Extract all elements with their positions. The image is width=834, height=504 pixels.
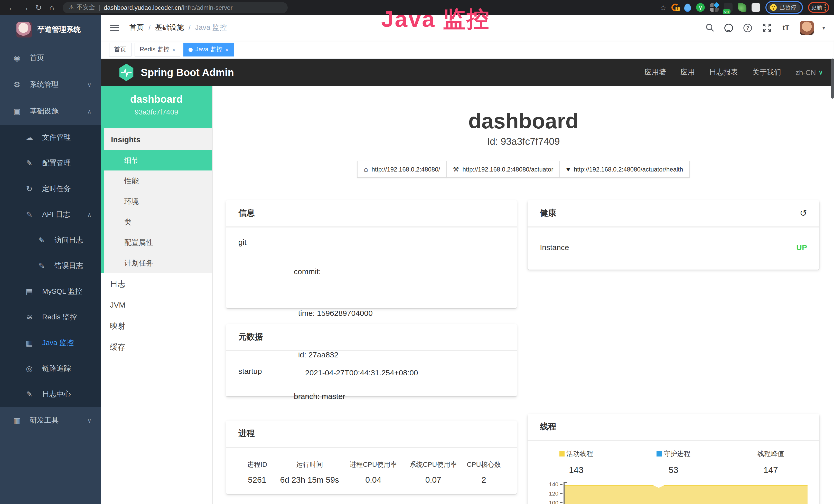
sba-nav-applications[interactable]: 应用 <box>680 68 695 77</box>
instance-name: dashboard <box>101 93 212 105</box>
hamburger-icon[interactable] <box>110 24 119 31</box>
sidebar-item-tracing[interactable]: ◎ 链路追踪 <box>0 356 101 382</box>
screen: ← → ↻ ⌂ ⚠ 不安全 dashboard.yudao.iocoder.cn… <box>0 0 834 504</box>
sidebar-item-home[interactable]: ◉ 首页 <box>0 45 101 71</box>
update-button[interactable]: 更新 <box>811 4 822 11</box>
extension-y-icon[interactable]: y <box>696 3 705 12</box>
sba-brand[interactable]: Spring Boot Admin <box>118 64 234 81</box>
view-item-mappings[interactable]: 映射 <box>101 315 212 336</box>
extension-leaf-icon[interactable] <box>738 3 746 12</box>
extension-colorzilla-icon[interactable]: 1 <box>672 4 679 11</box>
chevron-down-icon: ∨ <box>87 82 91 88</box>
view-item-logs[interactable]: 日志 <box>101 273 212 294</box>
insights-item-scheduled-tasks[interactable]: 计划任务 <box>104 253 212 273</box>
address-divider <box>99 4 100 10</box>
insights-item-config-props[interactable]: 配置属性 <box>104 232 212 253</box>
actuator-url-link[interactable]: ⚒ http://192.168.0.2:48080/actuator <box>446 161 560 178</box>
live-threads-value: 143 <box>528 465 625 476</box>
browser-back-icon[interactable]: ← <box>5 1 19 14</box>
github-icon[interactable] <box>724 23 734 33</box>
instance-header[interactable]: dashboard 93a3fc7f7409 <box>101 86 212 129</box>
fullscreen-icon[interactable] <box>762 23 772 33</box>
extension-on-badge: on <box>723 9 730 14</box>
sidebar-item-log-center[interactable]: ✎ 日志中心 <box>0 382 101 407</box>
tab-home[interactable]: 首页 <box>109 43 132 56</box>
sidebar-item-dev-tools[interactable]: ▥ 研发工具 ∨ <box>0 407 101 434</box>
tab-java-monitor[interactable]: Java 监控 × <box>184 43 234 56</box>
insights-item-environment[interactable]: 环境 <box>104 191 212 211</box>
chevron-up-icon: ∧ <box>87 108 91 115</box>
sidebar-submenu-infra: ☁ 文件管理 ✎ 配置管理 ↻ 定时任务 ✎ API 日志 ∧ ✎ <box>0 125 101 407</box>
process-col-cores: CPU核心数 <box>463 460 505 469</box>
app-logo[interactable]: 芋道管理系统 <box>0 15 101 45</box>
history-icon[interactable]: ↺ <box>800 208 807 219</box>
extension-pin-icon[interactable] <box>684 3 691 12</box>
view-item-jvm[interactable]: JVM <box>101 294 212 315</box>
sba-nav-journal[interactable]: 日志报表 <box>709 68 738 77</box>
y-axis-tick: 120 <box>538 490 558 497</box>
close-icon[interactable]: × <box>172 46 175 53</box>
stack-icon: ≋ <box>24 313 35 322</box>
health-card-title: 健康 <box>540 208 556 219</box>
sidebar-item-system[interactable]: ⚙ 系统管理 ∨ <box>0 71 101 98</box>
paused-label: 已暂停 <box>779 4 796 11</box>
eye-icon: ◎ <box>24 364 35 373</box>
browser-forward-icon[interactable]: → <box>19 1 32 14</box>
health-url-link[interactable]: ♥ http://192.168.0.2:48080/actuator/heal… <box>559 161 690 178</box>
breadcrumb-home[interactable]: 首页 <box>129 23 144 32</box>
insights-item-details[interactable]: 细节 <box>104 150 212 170</box>
process-pid-value: 5261 <box>238 476 276 485</box>
sidebar-item-scheduled-jobs[interactable]: ↻ 定时任务 <box>0 176 101 202</box>
sidebar-item-java-monitor[interactable]: ▦ Java 监控 <box>0 330 101 356</box>
browser-home-icon[interactable]: ⌂ <box>45 1 59 14</box>
sba-locale-select[interactable]: zh-CN ∨ <box>795 68 823 76</box>
help-icon[interactable]: ? <box>743 23 753 33</box>
process-col-cpu: 进程CPU使用率 <box>344 460 403 469</box>
close-icon[interactable]: × <box>225 46 228 53</box>
extension-badge: 1 <box>675 7 680 11</box>
sidebar-item-redis-monitor[interactable]: ≋ Redis 监控 <box>0 304 101 330</box>
view-item-caches[interactable]: 缓存 <box>101 336 212 358</box>
sba-nav-wallboard[interactable]: 应用墙 <box>644 68 666 77</box>
y-axis-tick: 140 <box>538 481 558 487</box>
info-card: 信息 git commit: time: 1596289704000 id: 2… <box>226 200 517 308</box>
y-axis-tick: 100 <box>538 500 558 504</box>
emoji-face-icon <box>770 4 777 11</box>
sidebar-item-api-log[interactable]: ✎ API 日志 ∧ <box>0 202 101 228</box>
user-avatar[interactable] <box>800 21 814 35</box>
bookmark-star-icon[interactable]: ☆ <box>660 3 666 12</box>
service-url-link[interactable]: ⌂ http://192.168.0.2:48080/ <box>357 161 447 178</box>
security-label[interactable]: 不安全 <box>76 3 95 12</box>
sidebar-item-mysql-monitor[interactable]: ▤ MySQL 监控 <box>0 279 101 304</box>
sidebar-item-error-log[interactable]: ✎ 错误日志 <box>0 253 101 279</box>
info-value: commit: time: 1596289704000 id: 27aa832 … <box>294 237 373 431</box>
insights-item-metrics[interactable]: 性能 <box>104 170 212 191</box>
threads-chart: 140 120 100 <box>538 482 809 504</box>
browser-menu-icon[interactable] <box>825 4 826 11</box>
address-bar[interactable]: ⚠ 不安全 dashboard.yudao.iocoder.cn /infra/… <box>63 2 288 13</box>
browser-reload-icon[interactable]: ↻ <box>32 1 45 14</box>
sidebar-item-file-manage[interactable]: ☁ 文件管理 <box>0 125 101 151</box>
health-instance-label: Instance <box>540 243 569 252</box>
breadcrumb-infra[interactable]: 基础设施 <box>155 23 184 32</box>
sba-nav-about[interactable]: 关于我们 <box>752 68 781 77</box>
extension-switch-icon[interactable]: on <box>724 3 732 12</box>
tab-redis-monitor[interactable]: Redis 监控 × <box>135 43 180 56</box>
user-menu-caret-icon[interactable]: ▾ <box>822 25 825 30</box>
paused-badge[interactable]: 已暂停 <box>768 3 800 12</box>
sidebar-item-access-log[interactable]: ✎ 访问日志 <box>0 228 101 253</box>
extension-grid-icon[interactable] <box>710 3 719 12</box>
search-icon[interactable] <box>705 23 715 33</box>
sidebar-item-infra[interactable]: ▣ 基础设施 ∧ <box>0 98 101 125</box>
extensions-puzzle-icon[interactable] <box>751 3 760 12</box>
sidebar-item-config-manage[interactable]: ✎ 配置管理 <box>0 151 101 176</box>
screen-icon: ▦ <box>24 338 35 348</box>
font-size-icon[interactable]: tT <box>781 23 791 33</box>
row-divider <box>540 260 807 260</box>
scrollbar-thumb[interactable] <box>831 59 834 98</box>
insights-item-classes[interactable]: 类 <box>104 211 212 232</box>
threads-card-title: 线程 <box>528 414 819 441</box>
breadcrumb: 首页 / 基础设施 / Java 监控 <box>129 23 227 32</box>
status-badge: UP <box>796 243 807 252</box>
page-instance-id: Id: 93a3fc7f7409 <box>226 136 821 147</box>
